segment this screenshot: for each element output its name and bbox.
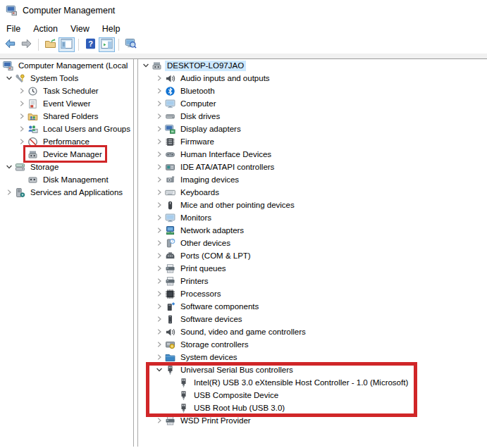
tree-item[interactable]: Software devices bbox=[138, 313, 487, 325]
menu-item-view[interactable]: View bbox=[64, 23, 96, 35]
tree-item[interactable]: Display adapters bbox=[138, 123, 487, 135]
tree-item[interactable]: Intel(R) USB 3.0 eXtensible Host Control… bbox=[138, 376, 487, 389]
tree-item[interactable]: Keyboards bbox=[138, 186, 487, 199]
usb-icon bbox=[178, 403, 189, 413]
chevron-collapsed-icon[interactable] bbox=[153, 278, 165, 285]
forward-button[interactable] bbox=[18, 37, 35, 52]
tree-item[interactable]: Bluetooth bbox=[138, 85, 487, 97]
chevron-collapsed-icon[interactable] bbox=[153, 265, 165, 272]
tree-item[interactable]: Computer bbox=[138, 97, 487, 110]
chevron-expanded-icon[interactable] bbox=[3, 163, 15, 170]
tree-item[interactable]: Human Interface Devices bbox=[138, 148, 487, 161]
chevron-collapsed-icon[interactable] bbox=[153, 176, 165, 183]
help-button[interactable]: ? bbox=[82, 37, 99, 52]
chevron-collapsed-icon[interactable] bbox=[153, 290, 165, 297]
chevron-expanded-icon[interactable] bbox=[140, 62, 152, 69]
tree-item-label: Event Viewer bbox=[41, 99, 93, 109]
chevron-collapsed-icon[interactable] bbox=[153, 75, 165, 82]
tree-item[interactable]: Device Manager bbox=[0, 148, 133, 161]
tree-item[interactable]: Computer Management (Local bbox=[0, 59, 133, 72]
up-level-button[interactable] bbox=[42, 37, 58, 52]
chevron-collapsed-icon[interactable] bbox=[153, 417, 165, 424]
tree-item[interactable]: Print queues bbox=[138, 262, 487, 275]
chevron-collapsed-icon[interactable] bbox=[153, 151, 165, 158]
chevron-collapsed-icon[interactable] bbox=[16, 87, 27, 94]
tree-item-label: USB Root Hub (USB 3.0) bbox=[192, 403, 287, 413]
chevron-collapsed-icon[interactable] bbox=[153, 303, 165, 310]
chevron-collapsed-icon[interactable] bbox=[16, 138, 27, 145]
tree-item-label: Device Manager bbox=[41, 149, 104, 160]
chevron-collapsed-icon[interactable] bbox=[16, 125, 27, 132]
tree-item-label: Shared Folders bbox=[41, 111, 101, 122]
menu-item-file[interactable]: File bbox=[0, 23, 27, 35]
tree-item[interactable]: Storage controllers bbox=[138, 338, 487, 351]
chevron-expanded-icon[interactable] bbox=[3, 75, 15, 82]
chevron-collapsed-icon[interactable] bbox=[153, 252, 165, 259]
tree-item-label: Task Scheduler bbox=[41, 86, 101, 97]
tree-item[interactable]: Mice and other pointing devices bbox=[138, 199, 487, 211]
tree-item[interactable]: Universal Serial Bus controllers bbox=[138, 363, 487, 376]
menu-item-action[interactable]: Action bbox=[27, 23, 64, 35]
ports-icon bbox=[165, 251, 175, 261]
tree-item-label: Storage bbox=[28, 162, 61, 173]
chevron-collapsed-icon[interactable] bbox=[153, 227, 165, 234]
chevron-collapsed-icon[interactable] bbox=[153, 138, 165, 145]
chevron-collapsed-icon[interactable] bbox=[153, 316, 165, 323]
monitor-search-button[interactable] bbox=[123, 37, 139, 52]
chevron-collapsed-icon[interactable] bbox=[153, 328, 165, 335]
tree-item[interactable]: Sound, video and game controllers bbox=[138, 325, 487, 338]
tree-item[interactable]: Disk Management bbox=[0, 173, 133, 186]
tree-item-label: System devices bbox=[178, 352, 240, 363]
tree-item[interactable]: Ports (COM & LPT) bbox=[138, 249, 487, 262]
tree-item[interactable]: Event Viewer bbox=[0, 97, 133, 110]
computer-node-icon bbox=[152, 61, 162, 71]
chevron-collapsed-icon[interactable] bbox=[153, 125, 165, 132]
tree-item[interactable]: Network adapters bbox=[138, 224, 487, 237]
tree-item[interactable]: Firmware bbox=[138, 135, 487, 148]
tree-item[interactable]: Performance bbox=[0, 135, 133, 148]
tree-item[interactable]: USB Root Hub (USB 3.0) bbox=[138, 402, 487, 414]
chevron-collapsed-icon[interactable] bbox=[153, 239, 165, 247]
chevron-collapsed-icon[interactable] bbox=[153, 341, 165, 348]
tree-item[interactable]: IDE ATA/ATAPI controllers bbox=[138, 161, 487, 173]
chevron-collapsed-icon[interactable] bbox=[153, 189, 165, 196]
printer-icon bbox=[165, 276, 175, 287]
back-button[interactable] bbox=[2, 37, 18, 52]
tree-item[interactable]: Software components bbox=[138, 300, 487, 313]
tree-item[interactable]: Monitors bbox=[138, 211, 487, 224]
tree-item[interactable]: System devices bbox=[138, 351, 487, 363]
chevron-collapsed-icon[interactable] bbox=[153, 87, 165, 94]
chevron-collapsed-icon[interactable] bbox=[153, 100, 165, 107]
processor-icon bbox=[165, 289, 175, 299]
show-action-pane-button[interactable] bbox=[99, 37, 115, 52]
chevron-expanded-icon[interactable] bbox=[153, 366, 165, 373]
tree-item[interactable]: Audio inputs and outputs bbox=[138, 72, 487, 85]
tree-item[interactable]: WSD Print Provider bbox=[138, 414, 487, 427]
tree-item[interactable]: DESKTOP-LO97JAO bbox=[138, 59, 487, 72]
chevron-collapsed-icon[interactable] bbox=[16, 100, 27, 107]
chevron-collapsed-icon[interactable] bbox=[16, 113, 27, 120]
tree-item[interactable]: USB Composite Device bbox=[138, 389, 487, 402]
tree-item[interactable]: ?Other devices bbox=[138, 237, 487, 249]
device-tree-pane: DESKTOP-LO97JAOAudio inputs and outputsB… bbox=[137, 59, 487, 447]
tree-item[interactable]: Disk drives bbox=[138, 110, 487, 123]
chevron-collapsed-icon[interactable] bbox=[153, 113, 165, 120]
tree-item-label: Network adapters bbox=[178, 225, 246, 236]
tree-item[interactable]: System Tools bbox=[0, 72, 133, 85]
tree-item[interactable]: Imaging devices bbox=[138, 173, 487, 186]
chevron-collapsed-icon[interactable] bbox=[153, 214, 165, 221]
tree-item[interactable]: Shared Folders bbox=[0, 110, 133, 123]
tree-item[interactable]: Task Scheduler bbox=[0, 85, 133, 97]
tree-item[interactable]: Local Users and Groups bbox=[0, 123, 133, 135]
tree-item[interactable]: Storage bbox=[0, 161, 133, 173]
menu-item-help[interactable]: Help bbox=[96, 23, 127, 35]
computer-icon bbox=[165, 99, 175, 109]
tree-item[interactable]: Services and Applications bbox=[0, 186, 133, 199]
show-console-tree-button[interactable] bbox=[58, 37, 75, 52]
tree-item[interactable]: Processors bbox=[138, 287, 487, 300]
chevron-collapsed-icon[interactable] bbox=[153, 354, 165, 361]
chevron-collapsed-icon[interactable] bbox=[3, 189, 15, 196]
tree-item[interactable]: Printers bbox=[138, 275, 487, 287]
chevron-collapsed-icon[interactable] bbox=[153, 201, 165, 209]
chevron-collapsed-icon[interactable] bbox=[153, 163, 165, 170]
